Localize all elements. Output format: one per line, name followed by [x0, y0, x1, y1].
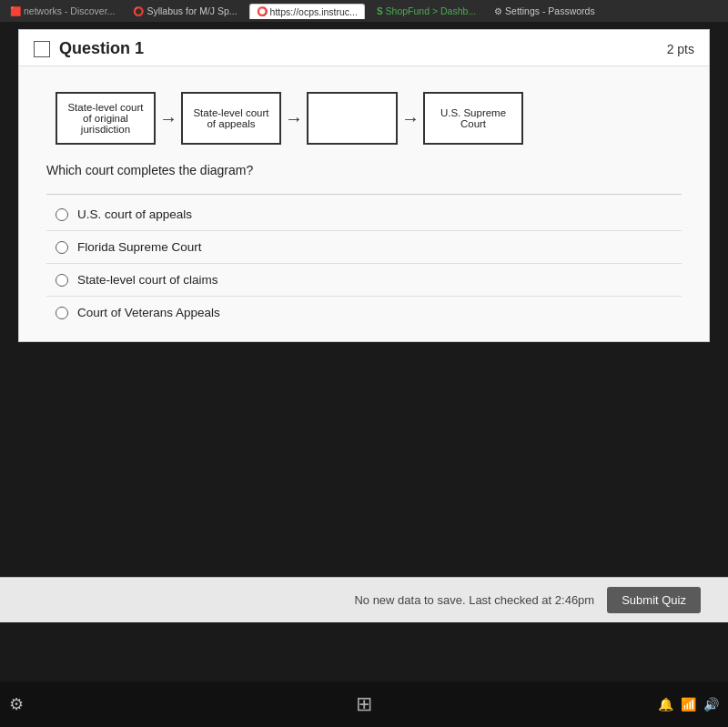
tab-settings[interactable]: ⚙ Settings - Passwords	[488, 4, 602, 18]
save-status: No new data to save. Last checked at 2:4…	[354, 593, 594, 607]
windows-start-icon[interactable]: ⊞	[356, 692, 372, 715]
submit-quiz-button[interactable]: Submit Quiz	[607, 587, 701, 613]
bottom-bar: No new data to save. Last checked at 2:4…	[0, 577, 728, 622]
diagram-box-3	[307, 92, 398, 145]
question-header: Question 1 2 pts	[19, 30, 709, 66]
taskbar-right: 🔔 📶 🔊	[658, 697, 719, 712]
network-icon: 📶	[681, 697, 696, 712]
radio-4[interactable]	[56, 307, 68, 319]
tab-syllabus[interactable]: ⭕ Syllabus for M/J Sp...	[126, 4, 243, 18]
tab-shopfund[interactable]: S ShopFund > Dashb...	[370, 4, 482, 18]
syllabus-tab-icon: ⭕	[133, 6, 144, 16]
browser-tab-bar: 🟥 networks - Discover... ⭕ Syllabus for …	[0, 0, 728, 22]
diagram: State-level court of original jurisdicti…	[56, 92, 682, 145]
gear-icon[interactable]: ⚙	[9, 694, 24, 714]
diagram-box-2: State-level court of appeals	[181, 92, 281, 145]
option-1[interactable]: U.S. court of appeals	[46, 198, 682, 231]
radio-2[interactable]	[56, 241, 68, 254]
networks-tab-icon: 🟥	[10, 6, 21, 16]
settings-tab-icon: ⚙	[494, 6, 502, 16]
taskbar-center: ⊞	[356, 692, 372, 716]
question-prompt: Which court completes the diagram?	[46, 163, 682, 177]
option-4[interactable]: Court of Veterans Appeals	[46, 297, 682, 328]
taskbar: ⚙ ⊞ 🔔 📶 🔊	[0, 682, 728, 727]
quiz-content: Question 1 2 pts State-level court of or…	[18, 29, 710, 342]
arrow-1: →	[159, 108, 177, 129]
tab-networks[interactable]: 🟥 networks - Discover...	[4, 4, 121, 18]
ocps-tab-icon: ⭕	[257, 6, 268, 16]
shopfund-tab-icon: S	[377, 6, 383, 16]
question-title: Question 1	[59, 39, 144, 58]
question-points: 2 pts	[667, 42, 694, 56]
notification-icon: 🔔	[658, 697, 673, 712]
option-3[interactable]: State-level court of claims	[46, 264, 682, 297]
question-checkbox[interactable]	[34, 41, 50, 57]
radio-3[interactable]	[56, 274, 68, 287]
diagram-box-1: State-level court of original jurisdicti…	[56, 92, 156, 145]
volume-icon: 🔊	[703, 697, 719, 712]
diagram-box-4: U.S. Supreme Court	[423, 92, 523, 145]
radio-1[interactable]	[56, 208, 68, 221]
taskbar-left: ⚙	[9, 694, 24, 714]
options-list: U.S. court of appeals Florida Supreme Co…	[46, 198, 682, 328]
divider-top	[46, 194, 682, 195]
arrow-3: →	[401, 108, 420, 129]
tab-ocps[interactable]: ⭕ https://ocps.instruc...	[249, 4, 365, 19]
option-2[interactable]: Florida Supreme Court	[46, 231, 682, 264]
question-body: State-level court of original jurisdicti…	[19, 66, 709, 341]
arrow-2: →	[285, 108, 303, 129]
